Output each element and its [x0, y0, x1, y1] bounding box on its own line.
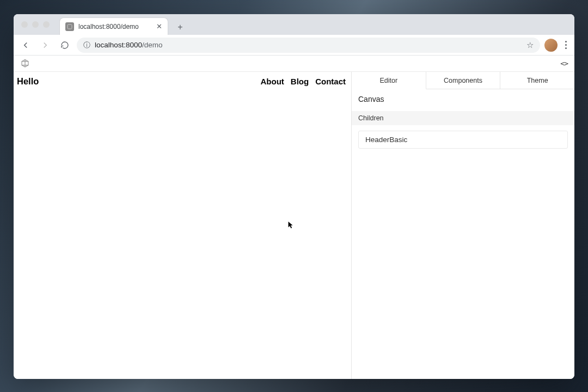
tab-editor[interactable]: Editor — [352, 72, 426, 89]
back-button[interactable] — [18, 38, 33, 53]
close-icon[interactable]: ✕ — [156, 22, 162, 30]
preview-title: Hello — [17, 76, 39, 87]
reload-icon — [60, 41, 69, 50]
arrow-left-icon — [21, 40, 30, 50]
site-info-icon[interactable]: ⓘ — [83, 40, 90, 50]
nav-link-contact[interactable]: Contact — [315, 77, 346, 86]
tab-theme[interactable]: Theme — [500, 72, 574, 89]
forward-button[interactable] — [38, 38, 53, 53]
nav-link-about[interactable]: About — [261, 77, 284, 86]
browser-toolbar: ⓘ localhost:8000/demo ☆ — [14, 35, 574, 56]
canvas-preview[interactable]: Hello About Blog Contact — [14, 72, 351, 379]
panel-body: Canvas Children HeaderBasic — [352, 89, 574, 154]
panel-tabs: Editor Components Theme — [352, 72, 574, 89]
app-logo-icon[interactable] — [20, 59, 30, 69]
preview-nav: About Blog Contact — [261, 77, 346, 86]
window-zoom-button[interactable] — [43, 21, 50, 28]
side-panel: Editor Components Theme Canvas Children … — [351, 72, 574, 379]
reload-button[interactable] — [57, 38, 72, 53]
tab-title: localhost:8000/demo — [78, 23, 152, 30]
preview-header: Hello About Blog Contact — [14, 72, 351, 91]
tab-components[interactable]: Components — [426, 72, 501, 89]
profile-avatar[interactable] — [544, 39, 558, 52]
browser-menu-button[interactable] — [562, 41, 570, 49]
arrow-right-icon — [40, 40, 50, 50]
browser-tab[interactable]: localhost:8000/demo ✕ — [59, 17, 168, 35]
svg-rect-0 — [68, 24, 72, 29]
nav-link-blog[interactable]: Blog — [291, 77, 309, 86]
child-item[interactable]: HeaderBasic — [358, 131, 568, 149]
window-minimize-button[interactable] — [32, 21, 39, 28]
tab-strip: localhost:8000/demo ✕ + — [14, 14, 574, 35]
children-label: Children — [352, 111, 574, 125]
bookmark-icon[interactable]: ☆ — [526, 40, 534, 50]
panel-heading: Canvas — [358, 95, 568, 103]
favicon-icon — [65, 22, 74, 31]
cursor-icon — [287, 221, 294, 230]
window-controls — [18, 14, 54, 35]
url-text: localhost:8000/demo — [95, 41, 163, 49]
window-close-button[interactable] — [21, 21, 28, 28]
address-bar[interactable]: ⓘ localhost:8000/demo ☆ — [77, 38, 540, 53]
new-tab-button[interactable]: + — [173, 20, 188, 35]
content-area: Hello About Blog Contact Editor Componen… — [14, 72, 574, 379]
app-bar: <> — [14, 56, 574, 72]
browser-window: localhost:8000/demo ✕ + ⓘ localhost:8000… — [14, 14, 574, 379]
code-toggle-button[interactable]: <> — [560, 59, 568, 68]
